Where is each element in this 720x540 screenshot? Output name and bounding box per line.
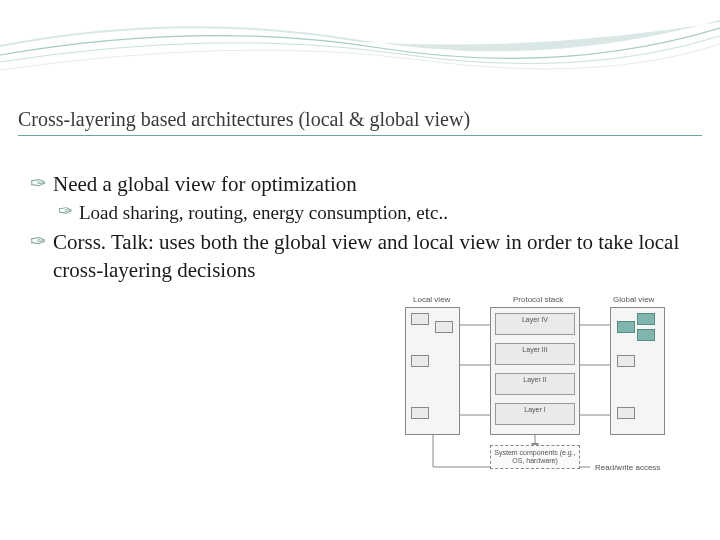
- bullet-marker-icon: ✑: [30, 228, 47, 254]
- architecture-diagram: Local view Protocol stack Global view La…: [395, 295, 685, 480]
- bullet-item: ✑ Corss. Talk: uses both the global view…: [30, 228, 690, 285]
- bullet-item: ✑ Load sharing, routing, energy consumpt…: [58, 200, 690, 226]
- bullet-marker-icon: ✑: [30, 170, 47, 196]
- system-components-box: System components (e.g., OS, hardware): [490, 445, 580, 469]
- content-area: ✑ Need a global view for optimization ✑ …: [30, 170, 690, 287]
- bullet-text: Corss. Talk: uses both the global view a…: [53, 228, 690, 285]
- bullet-item: ✑ Need a global view for optimization: [30, 170, 690, 198]
- slide-title: Cross-layering based architectures (loca…: [18, 108, 702, 136]
- bullet-text: Load sharing, routing, energy consumptio…: [79, 200, 448, 226]
- bullet-marker-icon: ✑: [58, 200, 73, 223]
- bullet-text: Need a global view for optimization: [53, 170, 357, 198]
- header-swoosh: [0, 0, 720, 120]
- diagram-footer-label: Read/write access: [595, 463, 660, 472]
